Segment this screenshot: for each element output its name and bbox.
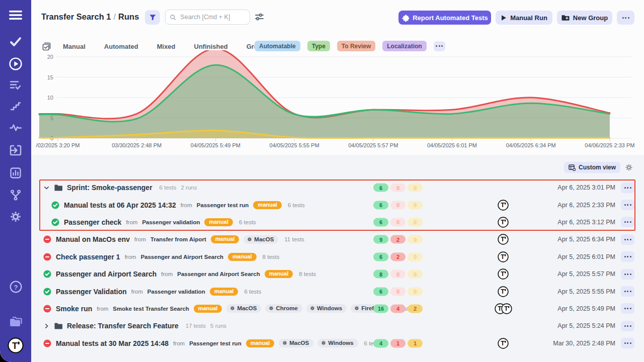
table-row[interactable]: Manual on MacOs env from Transfer from A… [39, 231, 635, 248]
more-icon [624, 325, 631, 327]
settings-icon[interactable] [0, 211, 31, 223]
tab-unfinished[interactable]: Unfinished [194, 43, 228, 50]
filter-tag-type[interactable]: Type [307, 41, 330, 51]
row-more-button[interactable] [621, 338, 634, 348]
from-label: from [134, 236, 146, 242]
select-runs-icon[interactable] [42, 42, 51, 51]
manual-run-button[interactable]: Manual Run [496, 11, 552, 25]
run-title[interactable]: Manual tests at 30 Mar 2025 14:48 [56, 339, 169, 347]
table-row[interactable]: Manual tests at 06 Apr 2025 14:32 from P… [39, 196, 635, 213]
new-group-button[interactable]: New Group [557, 11, 612, 25]
more-icon [624, 342, 631, 344]
avatar: T [498, 286, 509, 297]
table-row[interactable]: Manual tests at 30 Mar 2025 14:48 from P… [39, 335, 635, 352]
assignee-avatars: T [491, 234, 515, 245]
filter-tag-automatable[interactable]: Automatable [255, 41, 300, 51]
passed-count-badge: 4 [373, 339, 388, 347]
run-date: Apr 6, 2025 2:33 PM [557, 202, 615, 209]
failed-count-badge: 2 [390, 252, 406, 261]
folder-icon [54, 184, 62, 191]
passed-count-badge: 6 [373, 287, 388, 296]
failed-count-badge: 4 [390, 304, 406, 313]
play-circle-icon[interactable] [0, 57, 31, 70]
svg-text:04/05/2025 5:57 PM: 04/05/2025 5:57 PM [348, 142, 398, 148]
branch-icon[interactable] [0, 190, 31, 201]
steps-icon[interactable] [0, 101, 31, 111]
row-more-button[interactable] [621, 286, 634, 297]
run-title[interactable]: Passenger check [64, 218, 121, 226]
svg-text:T: T [501, 236, 505, 243]
filter-tags-more-button[interactable] [434, 41, 445, 51]
manual-badge: manual [211, 235, 239, 243]
row-more-button[interactable] [621, 200, 634, 210]
run-title[interactable]: Sprint: Smoke-passenger [67, 184, 152, 192]
report-automated-tests-button[interactable]: Report Automated Tests [398, 11, 491, 25]
result-counts: 800 [373, 270, 423, 279]
svg-text:15: 15 [47, 74, 53, 80]
report-chart-icon[interactable] [0, 167, 31, 178]
user-avatar[interactable]: T [0, 337, 31, 353]
run-title[interactable]: Check passenger 1 [56, 253, 120, 261]
run-title[interactable]: Manual on MacOs env [56, 235, 130, 243]
row-more-button[interactable] [621, 234, 634, 245]
failed-count-badge: 0 [390, 270, 406, 279]
tab-mixed[interactable]: Mixed [157, 43, 176, 50]
table-row[interactable]: Passenger Validation from Passenger vali… [39, 283, 635, 300]
list-check-icon[interactable] [0, 80, 31, 90]
filter-tag-localization[interactable]: Localization [382, 41, 426, 51]
tab-manual[interactable]: Manual [63, 43, 86, 50]
status-passed-icon [51, 218, 59, 226]
filter-button[interactable] [145, 10, 160, 25]
row-more-button[interactable] [621, 321, 634, 331]
passed-count-badge: 6 [373, 252, 388, 261]
header-more-button[interactable] [617, 11, 634, 25]
help-icon[interactable]: ? [0, 281, 31, 293]
svg-text:/02/2025 3:20 PM: /02/2025 3:20 PM [36, 142, 80, 148]
chevron-down-icon[interactable] [43, 185, 50, 191]
search-input[interactable] [179, 13, 245, 21]
table-row[interactable]: Smoke run from Smoke test Transfer Searc… [39, 300, 635, 317]
assignee-avatars: T [491, 200, 515, 211]
import-icon[interactable] [0, 145, 31, 156]
play-icon [501, 15, 507, 21]
run-title[interactable]: Manual tests at 06 Apr 2025 14:32 [64, 201, 176, 209]
custom-view-button[interactable]: Custom view [564, 162, 620, 173]
status-passed-icon [43, 270, 51, 278]
run-title[interactable]: Passenger Validation [56, 288, 127, 296]
table-row[interactable]: Check passenger 1 from Passenger and Air… [39, 248, 635, 265]
env-chips: MacOSWindows [279, 339, 358, 347]
view-settings-gear-icon[interactable] [625, 163, 633, 171]
table-row[interactable]: Sprint: Smoke-passenger 6 tests2 runs 60… [39, 179, 635, 196]
projects-icon[interactable] [0, 316, 31, 328]
table-row[interactable]: Passenger and Airport Search from Passen… [39, 265, 635, 283]
chevron-right-icon[interactable] [43, 323, 50, 329]
display-settings-icon[interactable] [255, 13, 264, 23]
table-row[interactable]: Release: Transfer Search Feature 17 test… [39, 317, 635, 334]
table-row[interactable]: Passenger check from Passenger validatio… [39, 214, 635, 231]
run-title[interactable]: Smoke run [56, 305, 92, 313]
breadcrumb-project[interactable]: Transfer Search 1 [41, 12, 111, 21]
svg-text:04/05/2025 5:49 PM: 04/05/2025 5:49 PM [191, 142, 240, 148]
more-icon [436, 45, 443, 47]
tests-count: 8 tests [263, 254, 280, 260]
skipped-count-badge: 2 [408, 304, 423, 313]
menu-icon[interactable] [0, 10, 31, 20]
env-chips: MacOS [244, 235, 278, 244]
report-automated-tests-label: Report Automated Tests [413, 14, 488, 22]
row-more-button[interactable] [621, 303, 634, 314]
row-more-button[interactable] [621, 183, 634, 193]
tab-automated[interactable]: Automated [104, 43, 138, 50]
check-icon[interactable] [0, 36, 31, 47]
row-more-button[interactable] [621, 217, 634, 227]
activity-icon[interactable] [0, 123, 31, 132]
list-toolbar: Custom view [564, 162, 633, 173]
row-more-button[interactable] [621, 251, 634, 262]
result-counts: 600 [373, 184, 423, 192]
search-icon [170, 14, 176, 21]
filter-tag-to-review[interactable]: To Review [337, 41, 375, 51]
assignee-avatars: T [491, 286, 515, 297]
row-more-button[interactable] [621, 269, 634, 280]
run-title[interactable]: Passenger and Airport Search [56, 270, 156, 278]
run-source: Smoke test Transfer Search [113, 306, 189, 312]
run-title[interactable]: Release: Transfer Search Feature [67, 322, 179, 330]
